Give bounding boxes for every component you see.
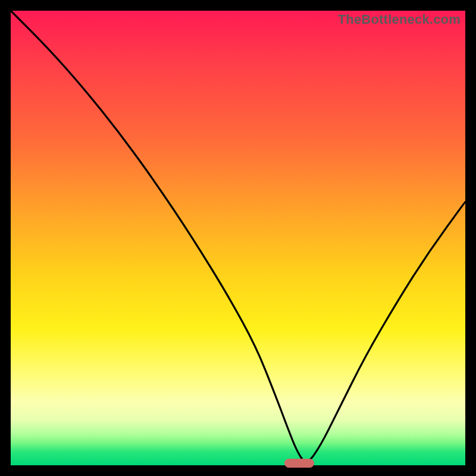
plot-area: TheBottleneck.com xyxy=(11,11,465,465)
min-marker xyxy=(284,459,314,468)
curve-path xyxy=(11,11,465,461)
bottleneck-curve xyxy=(11,11,465,465)
chart-frame: TheBottleneck.com xyxy=(0,0,476,476)
